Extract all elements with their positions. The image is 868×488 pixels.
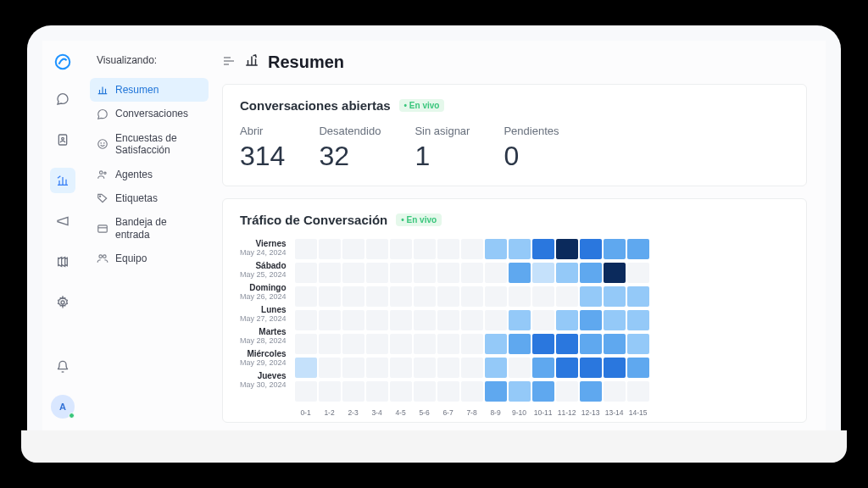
heatmap-cell[interactable] [366, 310, 388, 330]
heatmap-cell[interactable] [342, 310, 364, 330]
heatmap-cell[interactable] [556, 358, 578, 378]
heatmap-cell[interactable] [390, 286, 412, 307]
heatmap-cell[interactable] [556, 286, 578, 307]
sidebar-item-2[interactable]: Encuestas de Satisfacción [90, 126, 209, 163]
sidebar-item-3[interactable]: Agentes [90, 163, 209, 186]
heatmap-cell[interactable] [604, 381, 626, 402]
heatmap-cell[interactable] [627, 239, 649, 259]
heatmap-cell[interactable] [342, 358, 364, 378]
heatmap-cell[interactable] [604, 310, 626, 330]
heatmap-cell[interactable] [627, 381, 649, 402]
heatmap-cell[interactable] [342, 381, 364, 402]
heatmap-cell[interactable] [580, 263, 602, 283]
heatmap-cell[interactable] [532, 310, 554, 330]
sidebar-toggle-icon[interactable] [222, 53, 236, 72]
heatmap-cell[interactable] [532, 334, 554, 354]
heatmap-cell[interactable] [580, 239, 602, 259]
heatmap-cell[interactable] [580, 358, 602, 378]
heatmap-cell[interactable] [295, 263, 317, 283]
heatmap-cell[interactable] [509, 263, 531, 283]
heatmap-cell[interactable] [509, 286, 531, 307]
heatmap-cell[interactable] [580, 286, 602, 307]
sidebar-item-1[interactable]: Conversaciones [90, 102, 209, 125]
heatmap-cell[interactable] [509, 334, 531, 354]
heatmap-cell[interactable] [604, 358, 626, 378]
nav-reports-icon[interactable] [50, 168, 75, 193]
heatmap-cell[interactable] [295, 381, 317, 402]
nav-help-icon[interactable] [50, 249, 75, 274]
sidebar-item-4[interactable]: Etiquetas [90, 186, 209, 210]
heatmap-cell[interactable] [509, 310, 531, 330]
heatmap-cell[interactable] [532, 263, 554, 283]
sidebar-item-5[interactable]: Bandeja de entrada [90, 210, 209, 247]
heatmap-cell[interactable] [532, 358, 554, 378]
heatmap-cell[interactable] [556, 263, 578, 283]
heatmap-cell[interactable] [414, 263, 436, 283]
heatmap-cell[interactable] [295, 334, 317, 354]
heatmap-cell[interactable] [366, 286, 388, 307]
heatmap-cell[interactable] [437, 334, 459, 354]
heatmap-cell[interactable] [319, 381, 341, 402]
heatmap-cell[interactable] [509, 381, 531, 402]
heatmap-cell[interactable] [414, 239, 436, 259]
heatmap-cell[interactable] [295, 286, 317, 307]
heatmap-cell[interactable] [627, 263, 649, 283]
heatmap-cell[interactable] [366, 239, 388, 259]
heatmap-cell[interactable] [461, 334, 483, 354]
heatmap-cell[interactable] [319, 239, 341, 259]
heatmap-cell[interactable] [485, 381, 507, 402]
heatmap-cell[interactable] [580, 334, 602, 354]
heatmap-cell[interactable] [390, 310, 412, 330]
nav-chat-icon[interactable] [50, 86, 75, 112]
heatmap-cell[interactable] [532, 286, 554, 307]
heatmap-cell[interactable] [366, 381, 388, 402]
heatmap-cell[interactable] [509, 358, 531, 378]
heatmap-cell[interactable] [414, 358, 436, 378]
heatmap-cell[interactable] [414, 286, 436, 307]
heatmap-cell[interactable] [556, 310, 578, 330]
heatmap-cell[interactable] [485, 310, 507, 330]
nav-contacts-icon[interactable] [50, 127, 75, 152]
heatmap-cell[interactable] [295, 358, 317, 378]
heatmap-cell[interactable] [437, 381, 459, 402]
heatmap-cell[interactable] [295, 310, 317, 330]
heatmap-cell[interactable] [461, 263, 483, 283]
heatmap-cell[interactable] [390, 358, 412, 378]
heatmap-cell[interactable] [580, 381, 602, 402]
heatmap-cell[interactable] [461, 358, 483, 378]
heatmap-cell[interactable] [390, 334, 412, 354]
heatmap-cell[interactable] [437, 239, 459, 259]
heatmap-cell[interactable] [627, 358, 649, 378]
sidebar-item-0[interactable]: Resumen [90, 78, 209, 102]
user-avatar[interactable]: A [51, 395, 75, 419]
heatmap-cell[interactable] [366, 334, 388, 354]
heatmap-cell[interactable] [461, 381, 483, 402]
heatmap-cell[interactable] [390, 263, 412, 283]
heatmap-cell[interactable] [390, 381, 412, 402]
heatmap-cell[interactable] [485, 263, 507, 283]
heatmap-cell[interactable] [532, 239, 554, 259]
heatmap-cell[interactable] [485, 358, 507, 378]
heatmap-cell[interactable] [627, 286, 649, 307]
heatmap-cell[interactable] [437, 358, 459, 378]
heatmap-cell[interactable] [461, 239, 483, 259]
heatmap-cell[interactable] [485, 286, 507, 307]
heatmap-cell[interactable] [556, 239, 578, 259]
sidebar-item-6[interactable]: Equipo [90, 247, 209, 270]
heatmap-cell[interactable] [319, 286, 341, 307]
heatmap-cell[interactable] [604, 334, 626, 354]
heatmap-cell[interactable] [437, 263, 459, 283]
heatmap-cell[interactable] [319, 358, 341, 378]
heatmap-cell[interactable] [437, 310, 459, 330]
heatmap-cell[interactable] [580, 310, 602, 330]
heatmap-cell[interactable] [319, 310, 341, 330]
heatmap-cell[interactable] [295, 239, 317, 259]
nav-settings-icon[interactable] [50, 290, 75, 315]
heatmap-cell[interactable] [319, 263, 341, 283]
heatmap-cell[interactable] [627, 310, 649, 330]
heatmap-cell[interactable] [532, 381, 554, 402]
heatmap-cell[interactable] [414, 381, 436, 402]
heatmap-cell[interactable] [556, 334, 578, 354]
app-logo[interactable] [53, 53, 72, 71]
heatmap-cell[interactable] [390, 239, 412, 259]
